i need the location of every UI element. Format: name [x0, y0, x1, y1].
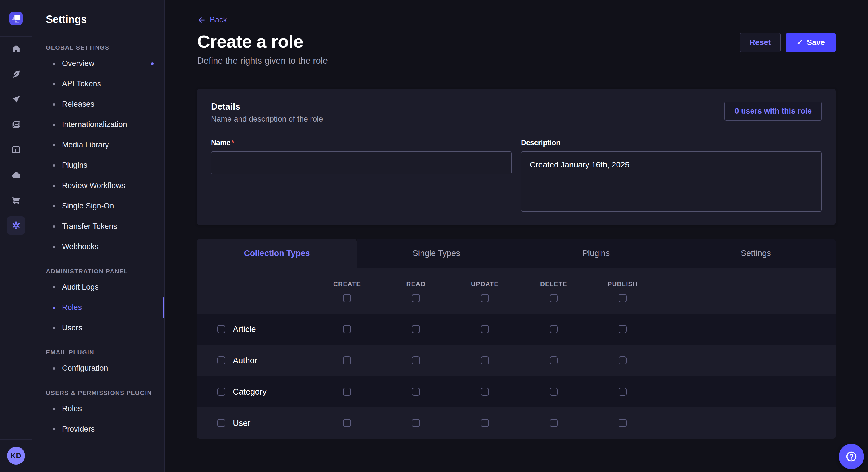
- article-read-checkbox[interactable]: [412, 325, 420, 333]
- author-create-checkbox[interactable]: [343, 357, 351, 365]
- reset-button[interactable]: Reset: [740, 33, 781, 52]
- row-select-checkbox-category[interactable]: [217, 388, 225, 396]
- sidebar-item-label: Transfer Tokens: [62, 222, 117, 231]
- category-read-checkbox[interactable]: [412, 388, 420, 396]
- save-button[interactable]: ✓ Save: [786, 33, 836, 52]
- description-field-group: Description: [521, 138, 822, 213]
- article-delete-checkbox[interactable]: [550, 325, 558, 333]
- nav-section: USERS & PERMISSIONS PLUGINRolesProviders: [32, 387, 164, 439]
- sidebar-item-api-tokens[interactable]: API Tokens: [32, 74, 164, 94]
- user-delete-checkbox[interactable]: [550, 419, 558, 427]
- bullet-icon: [53, 144, 55, 146]
- column-label: READ: [406, 280, 425, 288]
- nav-settings-gear[interactable]: [7, 216, 25, 235]
- sidebar-item-configuration[interactable]: Configuration: [32, 358, 164, 378]
- bullet-icon: [53, 367, 55, 370]
- name-field-group: Name*: [211, 138, 512, 213]
- table-row-article: Article: [197, 314, 836, 345]
- sidebar-item-media-library[interactable]: Media Library: [32, 135, 164, 155]
- description-textarea[interactable]: [521, 151, 822, 212]
- sidebar-item-providers[interactable]: Providers: [32, 419, 164, 439]
- feather-icon: [11, 69, 21, 79]
- users-with-role-button[interactable]: 0 users with this role: [724, 102, 822, 121]
- category-update-checkbox[interactable]: [481, 388, 489, 396]
- select-all-update-checkbox[interactable]: [481, 294, 489, 302]
- article-publish-checkbox[interactable]: [619, 325, 627, 333]
- permissions-table: CREATEREADUPDATEDELETEPUBLISH ArticleAut…: [197, 268, 836, 439]
- row-select-checkbox-author[interactable]: [217, 357, 225, 365]
- page-subtitle: Define the rights given to the role: [197, 56, 836, 66]
- nav-cloud[interactable]: [7, 166, 25, 184]
- sidebar-item-roles[interactable]: Roles: [32, 399, 164, 419]
- sidebar-item-label: Internationalization: [62, 120, 127, 129]
- help-button[interactable]: [839, 444, 864, 469]
- select-all-read-checkbox[interactable]: [412, 294, 420, 302]
- check-icon: ✓: [797, 38, 803, 47]
- sidebar-item-plugins[interactable]: Plugins: [32, 155, 164, 175]
- category-create-checkbox[interactable]: [343, 388, 351, 396]
- row-select-checkbox-article[interactable]: [217, 325, 225, 333]
- sidebar-item-internationalization[interactable]: Internationalization: [32, 114, 164, 135]
- select-all-create-checkbox[interactable]: [343, 294, 351, 302]
- bullet-icon: [53, 83, 55, 85]
- rail-nav-icons: [7, 40, 25, 235]
- user-read-checkbox[interactable]: [412, 419, 420, 427]
- select-all-delete-checkbox[interactable]: [550, 294, 558, 302]
- table-row-category: Category: [197, 376, 836, 407]
- nav-layout[interactable]: [7, 140, 25, 159]
- description-label: Description: [521, 138, 822, 147]
- nav-feather[interactable]: [7, 65, 25, 83]
- user-publish-checkbox[interactable]: [619, 419, 627, 427]
- author-publish-checkbox[interactable]: [619, 357, 627, 365]
- sidebar-item-releases[interactable]: Releases: [32, 94, 164, 114]
- bullet-icon: [53, 185, 55, 187]
- tab-single-types[interactable]: Single Types: [357, 239, 516, 268]
- user-create-checkbox[interactable]: [343, 419, 351, 427]
- sidebar-item-overview[interactable]: Overview: [32, 53, 164, 74]
- name-label: Name*: [211, 138, 512, 147]
- sidebar-item-review-workflows[interactable]: Review Workflows: [32, 175, 164, 196]
- main-nav-rail: KD: [0, 0, 32, 472]
- permission-cell: [381, 325, 451, 333]
- author-update-checkbox[interactable]: [481, 357, 489, 365]
- category-publish-checkbox[interactable]: [619, 388, 627, 396]
- user-avatar[interactable]: KD: [7, 447, 25, 465]
- article-update-checkbox[interactable]: [481, 325, 489, 333]
- back-arrow-icon: [197, 16, 206, 24]
- cloud-icon: [11, 170, 21, 180]
- sidebar-item-users[interactable]: Users: [32, 318, 164, 338]
- sidebar-item-single-sign-on[interactable]: Single Sign-On: [32, 196, 164, 216]
- column-header-delete: DELETE: [519, 280, 588, 302]
- sidebar-item-label: Review Workflows: [62, 181, 125, 190]
- back-link[interactable]: Back: [197, 15, 227, 24]
- sidebar-item-transfer-tokens[interactable]: Transfer Tokens: [32, 216, 164, 237]
- tab-collection-types[interactable]: Collection Types: [197, 239, 357, 268]
- nav-paper-plane[interactable]: [7, 90, 25, 108]
- sidebar-item-webhooks[interactable]: Webhooks: [32, 237, 164, 257]
- sidebar-item-audit-logs[interactable]: Audit Logs: [32, 277, 164, 297]
- tab-settings[interactable]: Settings: [676, 239, 836, 268]
- sidebar-item-label: Configuration: [62, 364, 108, 373]
- user-update-checkbox[interactable]: [481, 419, 489, 427]
- row-label-cell: Article: [197, 325, 313, 334]
- bullet-icon: [53, 164, 55, 167]
- sidebar-item-roles[interactable]: Roles: [32, 297, 164, 318]
- author-delete-checkbox[interactable]: [550, 357, 558, 365]
- permission-cell: [381, 388, 451, 396]
- nav-home[interactable]: [7, 40, 25, 58]
- strapi-logo[interactable]: [9, 12, 23, 25]
- tab-plugins[interactable]: Plugins: [516, 239, 676, 268]
- row-label: User: [233, 418, 250, 428]
- bullet-icon: [53, 327, 55, 329]
- sidebar-item-label: Providers: [62, 425, 95, 434]
- details-title: Details: [211, 102, 323, 112]
- nav-cart[interactable]: [7, 191, 25, 209]
- article-create-checkbox[interactable]: [343, 325, 351, 333]
- row-select-checkbox-user[interactable]: [217, 419, 225, 427]
- notification-dot-icon: [151, 62, 154, 65]
- nav-media[interactable]: [7, 115, 25, 134]
- author-read-checkbox[interactable]: [412, 357, 420, 365]
- select-all-publish-checkbox[interactable]: [619, 294, 627, 302]
- category-delete-checkbox[interactable]: [550, 388, 558, 396]
- name-input[interactable]: [211, 151, 512, 174]
